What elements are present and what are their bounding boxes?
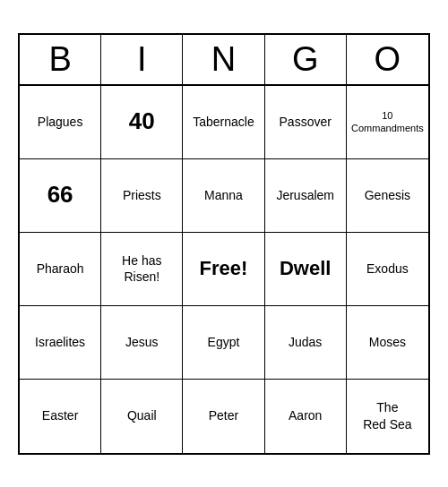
bingo-cell: Exodus bbox=[347, 233, 428, 306]
bingo-cell: Priests bbox=[101, 159, 183, 233]
bingo-cell: 40 bbox=[101, 86, 183, 159]
bingo-cell: Israelites bbox=[20, 306, 101, 380]
bingo-cell: Aaron bbox=[265, 380, 347, 453]
header-letter: O bbox=[347, 35, 428, 84]
header-letter: B bbox=[20, 35, 101, 84]
bingo-cell: 66 bbox=[20, 159, 101, 233]
bingo-cell: 10 Commandments bbox=[347, 86, 428, 159]
bingo-card: BINGO Plagues40TabernaclePassover10 Comm… bbox=[18, 33, 430, 455]
bingo-cell: Pharaoh bbox=[20, 233, 101, 306]
bingo-grid: Plagues40TabernaclePassover10 Commandmen… bbox=[20, 86, 428, 453]
bingo-cell: Tabernacle bbox=[183, 86, 264, 159]
bingo-cell: Free! bbox=[183, 233, 264, 306]
bingo-cell: Easter bbox=[20, 380, 101, 453]
bingo-cell: Judas bbox=[265, 306, 347, 380]
bingo-cell: Passover bbox=[265, 86, 347, 159]
header-letter: G bbox=[265, 35, 347, 84]
bingo-cell: Dwell bbox=[265, 233, 347, 306]
header-letter: N bbox=[183, 35, 264, 84]
bingo-cell: Genesis bbox=[347, 159, 428, 233]
bingo-cell: Quail bbox=[101, 380, 183, 453]
bingo-cell: The Red Sea bbox=[347, 380, 428, 453]
bingo-cell: Manna bbox=[183, 159, 264, 233]
bingo-cell: Jerusalem bbox=[265, 159, 347, 233]
bingo-cell: He has Risen! bbox=[101, 233, 183, 306]
bingo-cell: Moses bbox=[347, 306, 428, 380]
bingo-cell: Peter bbox=[183, 380, 264, 453]
bingo-cell: Jesus bbox=[101, 306, 183, 380]
bingo-header: BINGO bbox=[20, 35, 428, 86]
bingo-cell: Egypt bbox=[183, 306, 264, 380]
header-letter: I bbox=[101, 35, 183, 84]
bingo-cell: Plagues bbox=[20, 86, 101, 159]
